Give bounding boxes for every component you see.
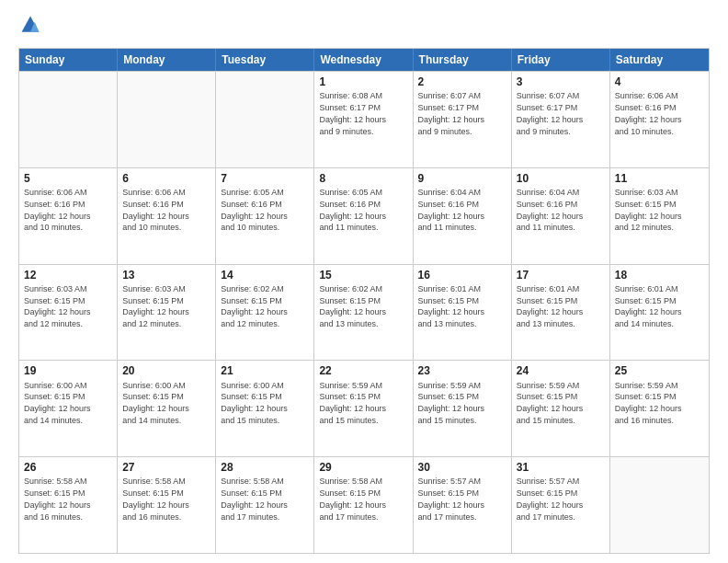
day-number: 26 [24,460,112,475]
calendar-cell: 9Sunrise: 6:04 AMSunset: 6:16 PMDaylight… [414,168,512,264]
calendar-cell: 24Sunrise: 5:59 AMSunset: 6:15 PMDayligh… [512,361,610,456]
cell-info: Sunrise: 5:58 AMSunset: 6:15 PMDaylight:… [24,477,91,521]
calendar-cell: 25Sunrise: 5:59 AMSunset: 6:15 PMDayligh… [610,361,709,456]
day-number: 3 [517,75,605,89]
day-number: 13 [122,268,210,282]
cell-info: Sunrise: 6:01 AMSunset: 6:15 PMDaylight:… [418,284,485,328]
cell-info: Sunrise: 6:02 AMSunset: 6:15 PMDaylight:… [319,284,386,328]
calendar-cell: 1Sunrise: 6:08 AMSunset: 6:17 PMDaylight… [314,72,413,167]
day-number: 10 [517,171,605,186]
day-number: 11 [615,171,704,186]
day-number: 17 [517,268,605,282]
calendar-cell [118,72,216,167]
cell-info: Sunrise: 6:05 AMSunset: 6:16 PMDaylight:… [221,188,288,232]
calendar-cell: 17Sunrise: 6:01 AMSunset: 6:15 PMDayligh… [512,265,610,361]
day-number: 14 [221,268,309,282]
calendar-cell: 27Sunrise: 5:58 AMSunset: 6:15 PMDayligh… [118,457,216,553]
calendar-cell: 30Sunrise: 5:57 AMSunset: 6:15 PMDayligh… [414,457,512,553]
calendar-body: 1Sunrise: 6:08 AMSunset: 6:17 PMDaylight… [19,71,709,553]
cell-info: Sunrise: 6:06 AMSunset: 6:16 PMDaylight:… [122,188,189,232]
cell-info: Sunrise: 6:08 AMSunset: 6:17 PMDaylight:… [319,91,386,135]
calendar-cell [19,72,118,167]
calendar-cell: 29Sunrise: 5:58 AMSunset: 6:15 PMDayligh… [314,457,413,553]
calendar-cell: 8Sunrise: 6:05 AMSunset: 6:16 PMDaylight… [314,168,413,264]
calendar-row-1: 1Sunrise: 6:08 AMSunset: 6:17 PMDaylight… [19,71,709,167]
day-number: 20 [122,363,210,378]
calendar-cell: 23Sunrise: 5:59 AMSunset: 6:15 PMDayligh… [414,361,512,456]
calendar-cell: 31Sunrise: 5:57 AMSunset: 6:15 PMDayligh… [512,457,610,553]
logo-icon [20,15,40,35]
header-day-monday: Monday [118,49,216,71]
header-day-sunday: Sunday [19,49,118,71]
day-number: 24 [517,363,605,378]
day-number: 29 [319,460,407,475]
day-number: 30 [418,460,506,475]
cell-info: Sunrise: 6:02 AMSunset: 6:15 PMDaylight:… [221,284,288,328]
day-number: 6 [122,171,210,186]
cell-info: Sunrise: 6:00 AMSunset: 6:15 PMDaylight:… [122,381,189,425]
calendar-cell: 4Sunrise: 6:06 AMSunset: 6:16 PMDaylight… [610,72,709,167]
calendar-cell: 22Sunrise: 5:59 AMSunset: 6:15 PMDayligh… [314,361,413,456]
day-number: 15 [319,268,407,282]
header [18,15,710,39]
day-number: 31 [517,460,605,475]
calendar-row-2: 5Sunrise: 6:06 AMSunset: 6:16 PMDaylight… [19,167,709,264]
cell-info: Sunrise: 6:04 AMSunset: 6:16 PMDaylight:… [517,188,584,232]
cell-info: Sunrise: 6:01 AMSunset: 6:15 PMDaylight:… [517,284,584,328]
calendar-cell: 12Sunrise: 6:03 AMSunset: 6:15 PMDayligh… [19,265,118,361]
cell-info: Sunrise: 6:07 AMSunset: 6:17 PMDaylight:… [418,91,485,135]
day-number: 1 [319,75,407,89]
calendar-cell: 6Sunrise: 6:06 AMSunset: 6:16 PMDaylight… [118,168,216,264]
day-number: 16 [418,268,506,282]
cell-info: Sunrise: 5:58 AMSunset: 6:15 PMDaylight:… [319,477,386,521]
calendar-row-3: 12Sunrise: 6:03 AMSunset: 6:15 PMDayligh… [19,264,709,361]
header-day-saturday: Saturday [610,49,709,71]
cell-info: Sunrise: 5:57 AMSunset: 6:15 PMDaylight:… [517,477,584,521]
calendar-cell: 16Sunrise: 6:01 AMSunset: 6:15 PMDayligh… [414,265,512,361]
calendar-cell: 13Sunrise: 6:03 AMSunset: 6:15 PMDayligh… [118,265,216,361]
day-number: 18 [615,268,704,282]
day-number: 19 [24,363,112,378]
calendar-cell: 14Sunrise: 6:02 AMSunset: 6:15 PMDayligh… [216,265,314,361]
day-number: 12 [24,268,112,282]
calendar-cell: 2Sunrise: 6:07 AMSunset: 6:17 PMDaylight… [414,72,512,167]
calendar-cell: 19Sunrise: 6:00 AMSunset: 6:15 PMDayligh… [19,361,118,456]
cell-info: Sunrise: 5:59 AMSunset: 6:15 PMDaylight:… [615,381,682,425]
day-number: 27 [122,460,210,475]
header-day-thursday: Thursday [414,49,512,71]
day-number: 7 [221,171,309,186]
cell-info: Sunrise: 6:00 AMSunset: 6:15 PMDaylight:… [24,381,91,425]
calendar-cell: 15Sunrise: 6:02 AMSunset: 6:15 PMDayligh… [314,265,413,361]
day-number: 21 [221,363,309,378]
calendar-header: SundayMondayTuesdayWednesdayThursdayFrid… [19,49,709,71]
cell-info: Sunrise: 6:03 AMSunset: 6:15 PMDaylight:… [24,284,91,328]
header-day-friday: Friday [512,49,610,71]
day-number: 9 [418,171,506,186]
header-day-wednesday: Wednesday [314,49,413,71]
cell-info: Sunrise: 6:00 AMSunset: 6:15 PMDaylight:… [221,381,288,425]
calendar-cell: 3Sunrise: 6:07 AMSunset: 6:17 PMDaylight… [512,72,610,167]
cell-info: Sunrise: 6:06 AMSunset: 6:16 PMDaylight:… [615,91,682,135]
calendar-cell: 7Sunrise: 6:05 AMSunset: 6:16 PMDaylight… [216,168,314,264]
calendar-cell: 10Sunrise: 6:04 AMSunset: 6:16 PMDayligh… [512,168,610,264]
cell-info: Sunrise: 6:04 AMSunset: 6:16 PMDaylight:… [418,188,485,232]
cell-info: Sunrise: 5:58 AMSunset: 6:15 PMDaylight:… [221,477,288,521]
calendar: SundayMondayTuesdayWednesdayThursdayFrid… [18,48,710,554]
calendar-cell: 18Sunrise: 6:01 AMSunset: 6:15 PMDayligh… [610,265,709,361]
cell-info: Sunrise: 6:03 AMSunset: 6:15 PMDaylight:… [122,284,189,328]
calendar-cell: 21Sunrise: 6:00 AMSunset: 6:15 PMDayligh… [216,361,314,456]
cell-info: Sunrise: 6:07 AMSunset: 6:17 PMDaylight:… [517,91,584,135]
cell-info: Sunrise: 6:06 AMSunset: 6:16 PMDaylight:… [24,188,91,232]
calendar-cell [610,457,709,553]
cell-info: Sunrise: 6:05 AMSunset: 6:16 PMDaylight:… [319,188,386,232]
cell-info: Sunrise: 5:59 AMSunset: 6:15 PMDaylight:… [418,381,485,425]
cell-info: Sunrise: 5:59 AMSunset: 6:15 PMDaylight:… [319,381,386,425]
logo [18,15,40,39]
header-day-tuesday: Tuesday [216,49,314,71]
page: SundayMondayTuesdayWednesdayThursdayFrid… [0,0,728,563]
calendar-cell: 20Sunrise: 6:00 AMSunset: 6:15 PMDayligh… [118,361,216,456]
day-number: 25 [615,363,704,378]
calendar-row-4: 19Sunrise: 6:00 AMSunset: 6:15 PMDayligh… [19,360,709,456]
day-number: 5 [24,171,112,186]
calendar-row-5: 26Sunrise: 5:58 AMSunset: 6:15 PMDayligh… [19,456,709,553]
